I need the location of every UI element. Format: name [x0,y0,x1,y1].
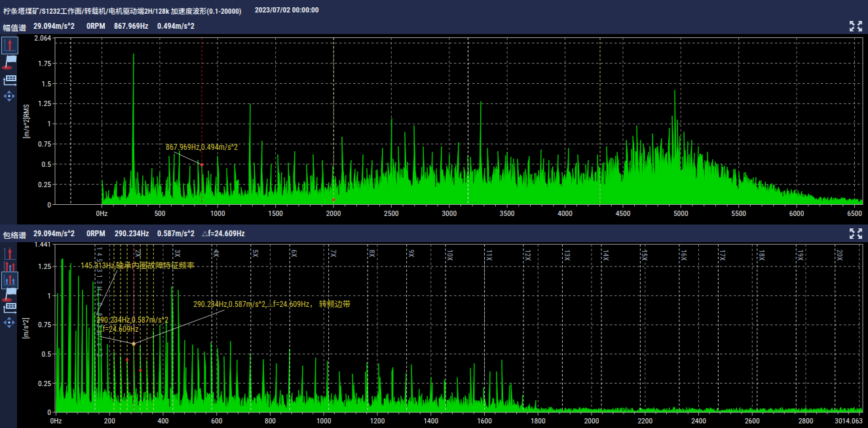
svg-text:1800: 1800 [531,416,546,425]
svg-text:1400: 1400 [423,416,438,425]
svg-text:1.25: 1.25 [38,262,51,271]
svg-text:3014.063: 3014.063 [835,416,863,425]
svg-text:10X: 10X [445,249,454,260]
svg-text:1.75: 1.75 [38,59,51,68]
svg-text:400: 400 [157,416,168,425]
svg-text:1.5: 1.5 [42,79,52,88]
svg-text:1600: 1600 [477,416,492,425]
svg-text:0: 0 [47,200,51,209]
svg-text:6000: 6000 [789,209,804,218]
svg-text:2600: 2600 [745,416,760,425]
svg-text:4500: 4500 [616,209,631,218]
svg-text:1: 1 [47,291,51,300]
svg-text:13X: 13X [563,249,571,260]
svg-text:8X: 8X [368,249,376,257]
svg-text:290.234Hz,0.587m/s^2,△f=24.609: 290.234Hz,0.587m/s^2,△f=24.609Hz， 转频边带 [193,300,350,309]
svg-text:15X: 15X [640,249,649,260]
svg-text:19X: 19X [796,249,804,260]
svg-text:9X: 9X [407,249,415,257]
svg-text:1: 1 [47,119,51,128]
svg-text:20X: 20X [835,249,844,260]
svg-text:5500: 5500 [731,209,746,218]
svg-text:2X: 2X [134,249,142,257]
svg-text:1000: 1000 [316,416,331,425]
svg-text:290.234Hz,0.587m/s^2: 290.234Hz,0.587m/s^2 [96,315,168,325]
svg-text:600: 600 [211,416,222,425]
svg-text:7X: 7X [329,249,337,257]
svg-text:867.969Hz,0.494m/s^2: 867.969Hz,0.494m/s^2 [166,143,238,152]
svg-text:0Hz: 0Hz [50,416,62,425]
svg-text:145.313Hz,轴承内圈故障特征频率: 145.313Hz,轴承内圈故障特征频率 [81,261,195,270]
svg-text:200: 200 [104,416,115,425]
svg-text:2800: 2800 [799,416,814,425]
svg-text:5000: 5000 [673,209,689,218]
svg-text:14X: 14X [601,249,610,260]
svg-text:500: 500 [154,209,165,218]
svg-text:0.5: 0.5 [42,160,52,169]
svg-text:6X: 6X [290,249,298,257]
svg-text:18X: 18X [757,249,766,260]
svg-text:2200: 2200 [637,416,652,425]
svg-text:1000: 1000 [210,209,225,218]
svg-text:2000: 2000 [326,209,341,218]
svg-text:1.25: 1.25 [38,99,51,108]
svg-text:3000: 3000 [442,209,457,218]
svg-text:0.25: 0.25 [38,379,51,388]
svg-text:4X: 4X [212,249,220,257]
svg-text:2000: 2000 [584,416,599,425]
svg-text:6500: 6500 [847,209,862,218]
svg-text:3500: 3500 [500,209,515,218]
svg-text:2.064: 2.064 [34,34,51,43]
svg-text:0.75: 0.75 [38,320,51,329]
svg-text:0Hz: 0Hz [96,209,108,218]
svg-text:△f=24.609Hz: △f=24.609Hz [96,325,139,334]
svg-text:1.441: 1.441 [34,242,51,249]
svg-text:800: 800 [265,416,276,425]
svg-text:1200: 1200 [370,416,385,425]
svg-text:0.5: 0.5 [42,349,52,359]
svg-text:5X: 5X [251,249,259,257]
svg-text:16X: 16X [679,249,688,260]
svg-text:12X: 12X [523,249,532,260]
svg-text:11X: 11X [485,249,493,260]
svg-text:0.25: 0.25 [38,180,51,189]
svg-text:0: 0 [47,408,51,417]
svg-text:3X: 3X [173,249,181,257]
svg-text:0.75: 0.75 [38,139,51,149]
svg-text:17X: 17X [718,249,726,260]
svg-text:2400: 2400 [691,416,706,425]
svg-text:2500: 2500 [384,209,399,218]
svg-text:1500: 1500 [268,209,283,218]
svg-text:4000: 4000 [557,209,573,218]
